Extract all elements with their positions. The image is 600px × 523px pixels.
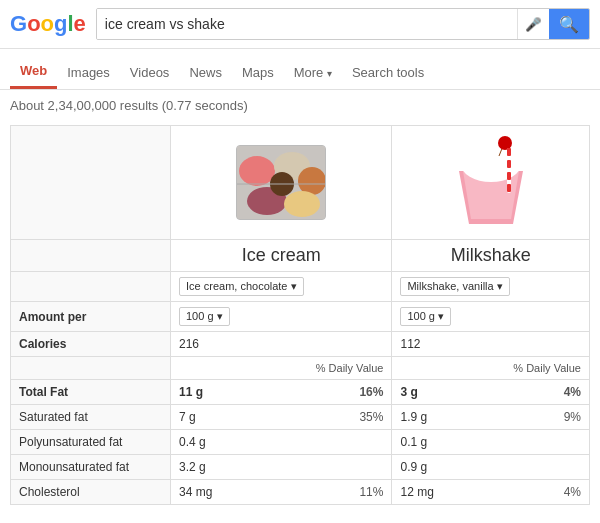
milkshake-name: Milkshake: [392, 240, 590, 272]
saturated-fat-label: Saturated fat: [11, 405, 171, 430]
total-fat-row: Total Fat 11 g 16% 3 g 4%: [11, 380, 590, 405]
search-input[interactable]: [97, 9, 517, 39]
poly-fat-row: Polyunsaturated fat 0.4 g 0.1 g: [11, 430, 590, 455]
product-names-row: Ice cream Milkshake: [11, 240, 590, 272]
milkshake-cholesterol-val: 12 mg: [400, 485, 433, 499]
milkshake-poly-fat: 0.1 g: [392, 430, 590, 455]
milkshake-total-fat: 3 g 4%: [392, 380, 590, 405]
milkshake-image: [451, 136, 531, 226]
ice-cream-image: [236, 145, 326, 220]
ice-cream-dropdown-cell: Ice cream, chocolate ▾: [171, 272, 392, 302]
comparison-container: Ice cream Milkshake Ice cream, chocolate…: [0, 121, 600, 515]
milkshake-saturated-fat: 1.9 g 9%: [392, 405, 590, 430]
milkshake-mono-fat: 0.9 g: [392, 455, 590, 480]
nav-news[interactable]: News: [179, 57, 232, 88]
mono-fat-label: Monounsaturated fat: [11, 455, 171, 480]
milkshake-dropdown[interactable]: Milkshake, vanilla ▾: [400, 277, 509, 296]
ice-cream-total-fat-val: 11 g: [179, 385, 203, 399]
milkshake-amount-dropdown[interactable]: 100 g ▾: [400, 307, 451, 326]
svg-rect-18: [507, 160, 511, 168]
nav-search-tools[interactable]: Search tools: [342, 57, 434, 88]
ice-cream-cholesterol-pct: 11%: [359, 485, 383, 499]
cholesterol-row: Cholesterol 34 mg 11% 12 mg 4%: [11, 480, 590, 505]
empty-name-cell: [11, 240, 171, 272]
svg-rect-19: [507, 172, 511, 180]
ice-cream-amount-dropdown[interactable]: 100 g ▾: [179, 307, 230, 326]
mono-fat-row: Monounsaturated fat 3.2 g 0.9 g: [11, 455, 590, 480]
ice-cream-dropdown[interactable]: Ice cream, chocolate ▾: [179, 277, 304, 296]
ice-cream-cholesterol-val: 34 mg: [179, 485, 212, 499]
ice-cream-saturated-fat: 7 g 35%: [171, 405, 392, 430]
empty-cell: [11, 126, 171, 240]
milkshake-dv-header: % Daily Value: [392, 357, 590, 380]
ice-cream-name: Ice cream: [171, 240, 392, 272]
milkshake-total-fat-pct: 4%: [564, 385, 581, 399]
amount-per-row: Amount per 100 g ▾ 100 g ▾: [11, 302, 590, 332]
ice-cream-total-fat-pct: 16%: [359, 385, 383, 399]
svg-point-1: [239, 156, 275, 186]
total-fat-label: Total Fat: [11, 380, 171, 405]
nav-bar: Web Images Videos News Maps More ▾ Searc…: [0, 49, 600, 90]
milkshake-cholesterol: 12 mg 4%: [392, 480, 590, 505]
milkshake-calories: 112: [392, 332, 590, 357]
svg-point-13: [481, 146, 501, 162]
results-info: About 2,34,00,000 results (0.77 seconds): [0, 90, 600, 121]
image-row: [11, 126, 590, 240]
nav-maps[interactable]: Maps: [232, 57, 284, 88]
milkshake-sat-fat-pct: 9%: [564, 410, 581, 424]
header: Google 🎤 🔍: [0, 0, 600, 49]
svg-point-5: [284, 191, 320, 217]
milkshake-sat-fat-val: 1.9 g: [400, 410, 427, 424]
ice-cream-sat-fat-val: 7 g: [179, 410, 196, 424]
empty-dv-cell: [11, 357, 171, 380]
poly-fat-label: Polyunsaturated fat: [11, 430, 171, 455]
search-button[interactable]: 🔍: [549, 9, 589, 39]
dropdown-row: Ice cream, chocolate ▾ Milkshake, vanill…: [11, 272, 590, 302]
ice-cream-calories: 216: [171, 332, 392, 357]
milkshake-cholesterol-pct: 4%: [564, 485, 581, 499]
ice-cream-dv-header: % Daily Value: [171, 357, 392, 380]
svg-point-3: [298, 167, 326, 195]
calories-label: Calories: [11, 332, 171, 357]
ice-cream-image-cell: [171, 126, 392, 240]
milkshake-image-cell: [392, 126, 590, 240]
nav-images[interactable]: Images: [57, 57, 120, 88]
ice-cream-cholesterol: 34 mg 11%: [171, 480, 392, 505]
amount-per-label: Amount per: [11, 302, 171, 332]
mic-button[interactable]: 🎤: [517, 9, 549, 39]
ice-cream-total-fat: 11 g 16%: [171, 380, 392, 405]
svg-point-15: [498, 136, 512, 150]
nav-web[interactable]: Web: [10, 55, 57, 89]
search-bar: 🎤 🔍: [96, 8, 590, 40]
cholesterol-label: Cholesterol: [11, 480, 171, 505]
nav-videos[interactable]: Videos: [120, 57, 180, 88]
comparison-table: Ice cream Milkshake Ice cream, chocolate…: [10, 125, 590, 505]
daily-value-header-row: % Daily Value % Daily Value: [11, 357, 590, 380]
ice-cream-amount: 100 g ▾: [171, 302, 392, 332]
nav-more[interactable]: More ▾: [284, 57, 342, 88]
google-logo: Google: [10, 11, 86, 37]
milkshake-total-fat-val: 3 g: [400, 385, 417, 399]
ice-cream-mono-fat: 3.2 g: [171, 455, 392, 480]
milkshake-amount: 100 g ▾: [392, 302, 590, 332]
ice-cream-sat-fat-pct: 35%: [359, 410, 383, 424]
calories-row: Calories 216 112: [11, 332, 590, 357]
milkshake-dropdown-cell: Milkshake, vanilla ▾: [392, 272, 590, 302]
saturated-fat-row: Saturated fat 7 g 35% 1.9 g 9%: [11, 405, 590, 430]
ice-cream-poly-fat: 0.4 g: [171, 430, 392, 455]
svg-rect-20: [507, 184, 511, 192]
empty-dropdown-cell: [11, 272, 171, 302]
svg-rect-17: [507, 148, 511, 156]
